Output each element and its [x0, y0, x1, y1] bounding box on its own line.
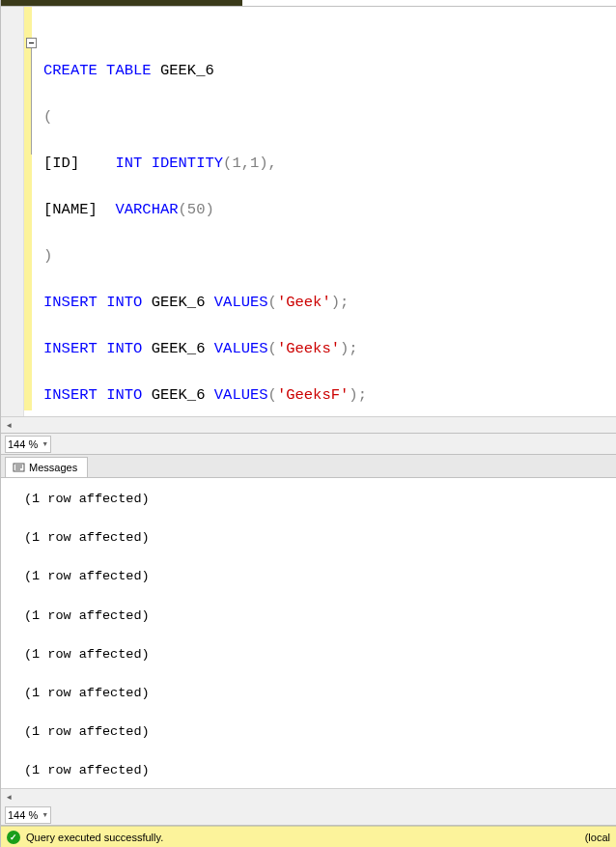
zoom-select-lower[interactable]: 144 % ▼ — [5, 806, 51, 824]
message-row: (1 row affected) — [24, 647, 593, 663]
collapse-toggle-icon[interactable] — [26, 38, 37, 48]
ssms-window: CREATE TABLE GEEK_6 ( [ID] INT IDENTITY(… — [0, 0, 616, 847]
tab-label: Messages — [29, 462, 77, 473]
message-row: (1 row affected) — [24, 569, 593, 584]
code-line: [ID] INT IDENTITY(1,1), — [43, 152, 606, 175]
code-line: ( — [43, 105, 606, 128]
code-line: INSERT INTO GEEK_6 VALUES('GeeksF'); — [43, 383, 606, 407]
code-line: [NAME] VARCHAR(50) — [43, 198, 606, 221]
message-row: (1 row affected) — [24, 686, 593, 701]
status-bar: ✓ Query executed successfully. (local — [1, 826, 616, 847]
message-row: (1 row affected) — [24, 763, 593, 778]
chevron-down-icon: ▼ — [42, 440, 48, 447]
code-content[interactable]: CREATE TABLE GEEK_6 ( [ID] INT IDENTITY(… — [38, 7, 616, 412]
message-row: (1 row affected) — [24, 608, 593, 624]
zoom-value: 144 % — [8, 438, 38, 450]
zoom-select[interactable]: 144 % ▼ — [5, 436, 51, 453]
code-line: ) — [43, 244, 606, 268]
editor-scrollbar-h[interactable]: ◄ — [1, 416, 616, 433]
zoom-bar-lower: 144 % ▼ — [1, 805, 616, 826]
zoom-bar: 144 % ▼ — [1, 434, 616, 455]
results-tabs: Messages — [1, 455, 616, 478]
message-row: (1 row affected) — [24, 530, 593, 546]
success-icon: ✓ — [7, 831, 20, 844]
chevron-down-icon: ▼ — [42, 811, 48, 818]
message-row: (1 row affected) — [24, 724, 593, 740]
messages-pane[interactable]: (1 row affected) (1 row affected) (1 row… — [1, 478, 616, 788]
code-line: INSERT INTO GEEK_6 VALUES('Geeks'); — [43, 337, 606, 360]
scroll-left-icon[interactable]: ◄ — [1, 417, 17, 434]
scroll-left-icon[interactable]: ◄ — [1, 789, 17, 805]
status-left: ✓ Query executed successfully. — [7, 831, 163, 844]
code-line: CREATE TABLE GEEK_6 — [43, 59, 606, 82]
tab-messages[interactable]: Messages — [5, 457, 88, 477]
fold-line — [31, 48, 32, 155]
code-line: INSERT INTO GEEK_6 VALUES('Geek'); — [43, 291, 606, 314]
messages-scrollbar-h[interactable]: ◄ — [1, 788, 616, 805]
status-server: (local — [585, 832, 610, 843]
status-text: Query executed successfully. — [26, 832, 163, 843]
sql-editor[interactable]: CREATE TABLE GEEK_6 ( [ID] INT IDENTITY(… — [1, 7, 616, 434]
message-row: (1 row affected) — [24, 492, 593, 507]
zoom-value: 144 % — [8, 809, 38, 821]
messages-icon — [12, 461, 25, 474]
editor-gutter — [1, 7, 24, 433]
